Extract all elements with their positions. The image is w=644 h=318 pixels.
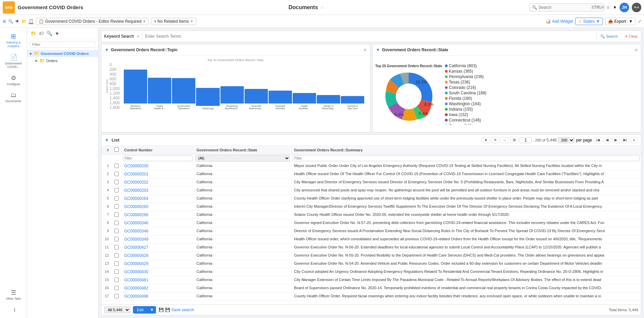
sidebar-item-government-covid[interactable]: 📄 Government COVID... [1,52,26,71]
sidebar-item-documents[interactable]: 🗂 Documents [1,90,26,105]
control-link[interactable]: GC00000348 [124,229,148,233]
sidebar-item-indexing-analytics[interactable]: ⊞ Indexing & Analytics [1,31,26,50]
control-link[interactable]: GC00000201 [124,172,148,176]
state-chevron-icon[interactable]: ▼ [376,48,380,52]
bar-essential-biz-bar[interactable] [245,89,268,104]
search-toolbar-icon[interactable]: 🔍 [8,19,13,24]
last-page-btn[interactable]: ▶| [621,137,629,143]
row-checkbox[interactable] [114,196,119,201]
filter-summary-input[interactable] [293,155,640,161]
tree-item-orders[interactable]: ▶ 📁 Orders [27,57,98,64]
global-search-input[interactable] [539,5,589,10]
row-checkbox[interactable] [114,172,119,176]
all-select[interactable]: All 5,446 [104,306,130,313]
bar-gatherings-bar[interactable] [196,88,219,106]
add-widget-button[interactable]: 📊 Add Widget [546,19,573,24]
control-link[interactable]: GC00000429 [124,261,148,266]
filter-control-input[interactable] [123,155,193,161]
collapse-sidebar-btn[interactable]: 《 [9,305,18,315]
tag-btn[interactable]: 🏷 [38,30,44,37]
bar-schools[interactable]: Schools &Day Care [341,96,364,110]
org-avatar[interactable]: DLA [632,3,641,12]
bar-shelter[interactable]: Shelter inPlace/Stay... [317,95,340,110]
star-outline-icon[interactable]: ☆ [606,5,610,10]
control-link[interactable]: GC00000202 [124,180,148,185]
expand-icon[interactable]: ⤢ [638,19,641,24]
bar-schools-bar[interactable] [341,96,364,104]
row-checkbox[interactable] [114,237,119,241]
next-page-btn[interactable]: ▶ [612,137,620,143]
eye-icon[interactable]: 👁 [15,19,19,24]
remove-filter-btn[interactable]: ✕ [491,137,499,143]
row-checkbox[interactable] [114,294,119,298]
bar-public-health-bar[interactable] [148,78,171,104]
row-checkbox[interactable] [114,212,119,217]
sidebar-item-other-tabs[interactable]: ☰ Other Tabs [1,287,26,303]
topic-chart-menu[interactable]: ≡ [364,47,366,53]
bar-gov-ops[interactable]: GovernmentOperations [172,78,195,110]
row-checkbox[interactable] [114,245,119,249]
bar-health-fac-bar[interactable] [293,93,316,104]
control-link[interactable]: GC00000481 [124,278,148,282]
bar-shelter-bar[interactable] [317,95,340,104]
user-avatar[interactable]: JH [620,3,629,12]
export-button[interactable]: 📤 Export ▼ [605,18,636,25]
global-search-box[interactable]: 🔍 CTRL+/ [529,3,604,12]
search-input[interactable] [142,33,597,40]
control-link[interactable]: GC00000266 [124,212,148,217]
clear-button[interactable]: ✕ Clear [621,33,641,40]
row-checkbox[interactable] [114,164,119,168]
bar-gatherings[interactable]: Gatherings [196,88,219,110]
row-checkbox[interactable] [114,221,119,225]
bar-public-health[interactable]: PublicHealth &... [148,78,171,110]
tree-item-covid-orders[interactable]: ▶ 📁 Government COVID Orders [27,50,98,57]
bar-essential-act-bar[interactable] [269,91,292,104]
tree-filter-input[interactable] [30,41,95,48]
bar-essential-biz[interactable]: EssentialBusinesses... [245,89,268,110]
row-checkbox[interactable] [114,253,119,258]
row-checkbox[interactable] [114,180,119,184]
row-checkbox[interactable] [114,188,119,192]
filter-list-btn[interactable]: ▼ [482,137,490,143]
sidebar-item-configure[interactable]: ⚙ Configure [1,72,26,88]
bar-gov-ops-bar[interactable] [172,78,195,104]
row-checkbox[interactable] [114,204,119,209]
bar-business[interactable]: BusinessOperations [124,70,147,110]
filter-dropdown[interactable]: 📋 Government COVID Orders - Editor Revie… [36,18,149,25]
per-page-select[interactable]: 200 100 50 [558,137,574,143]
new-folder-btn[interactable]: 📁 [30,30,37,37]
control-link[interactable]: GC00000428 [124,253,148,258]
bar-reopening[interactable]: ReopeningBusinesses... [220,86,244,110]
row-checkbox[interactable] [114,278,119,282]
search-type-dropdown[interactable]: Keyword Search [101,33,142,40]
filter-state-select[interactable]: (All) [195,155,290,162]
edit-button[interactable]: Edit [133,306,148,314]
states-button[interactable]: ⚠ States ▼ [575,18,603,25]
grid-view-btn[interactable]: ⊞ [510,137,518,143]
related-items-dropdown[interactable]: + No Related Items ▼ [151,18,196,25]
control-link[interactable]: GC00000203 [124,188,148,193]
control-link[interactable]: GC00000430 [124,269,148,274]
control-link[interactable]: GC00000265 [124,204,148,209]
topic-chevron-icon[interactable]: ▼ [105,48,109,52]
first-page-btn[interactable]: |◀ [593,137,602,143]
row-checkbox[interactable] [114,269,119,274]
row-checkbox[interactable] [114,286,119,290]
prev-page-btn[interactable]: ◀ [603,137,611,143]
edit-split-button[interactable]: ▼ [148,306,156,314]
control-link[interactable]: GC00000482 [124,286,148,291]
row-checkbox[interactable] [114,261,119,266]
control-link[interactable]: GC00000264 [124,196,148,201]
save-search-button[interactable]: 💾 💾 Save search [159,307,194,312]
bar-reopening-bar[interactable] [220,86,244,104]
control-link[interactable]: GC00000346 [124,221,148,225]
star-icon[interactable]: ☆ [320,5,324,10]
control-link[interactable]: GC00000496 [124,294,148,299]
control-link[interactable]: GC00000349 [124,237,148,242]
bar-business-ops[interactable] [124,70,147,104]
list-chevron-icon[interactable]: ▼ [105,138,109,143]
bar-essential-act[interactable]: EssentialActivities [269,91,292,110]
star-tree-btn[interactable]: ★ [54,30,60,37]
document-icon-toolbar[interactable]: 📋 [28,19,34,24]
folder-icon-toolbar[interactable]: 📁 [21,19,26,24]
